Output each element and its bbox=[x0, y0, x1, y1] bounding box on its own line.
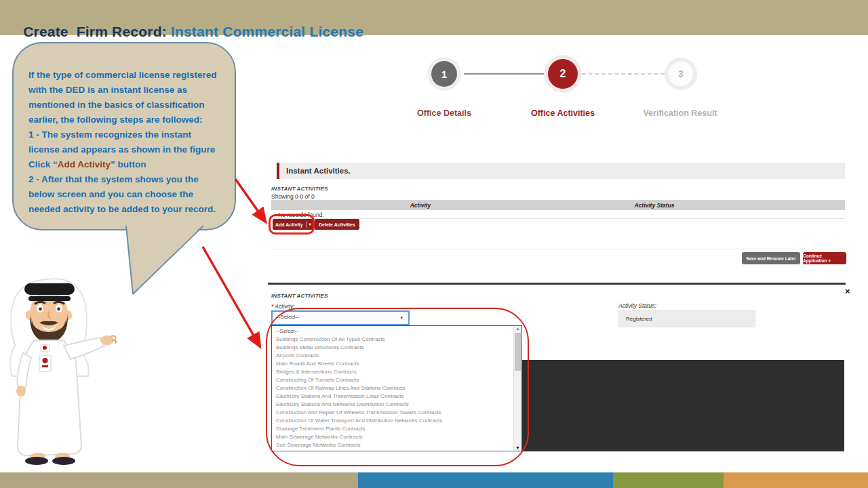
speech-bubble-tail bbox=[126, 224, 203, 294]
activities-table-header: Activity Activity Status bbox=[271, 200, 845, 210]
close-icon[interactable]: × bbox=[845, 286, 850, 296]
section-subtitle: INSTANT ACTIVITIES bbox=[271, 186, 328, 192]
modal-top-border bbox=[268, 283, 846, 285]
continue-application-button[interactable]: Continue Application » bbox=[803, 252, 846, 264]
delete-activities-button[interactable]: Delete Activities bbox=[315, 219, 359, 230]
activity-status-label: Activity Status: bbox=[618, 302, 656, 309]
footer-band-orange bbox=[724, 472, 868, 488]
arrow-to-dropdown bbox=[203, 247, 259, 345]
activity-status-field: Registered bbox=[618, 310, 755, 327]
column-header-activity-status: Activity Status bbox=[634, 202, 674, 209]
save-resume-button[interactable]: Save and Resume Later bbox=[742, 252, 800, 264]
mascot-character bbox=[5, 278, 124, 471]
instruction-speech-bubble: If the type of commercial license regist… bbox=[12, 42, 236, 230]
step-connector-dashed bbox=[582, 73, 665, 75]
dropdown-annotation-oval bbox=[266, 308, 529, 466]
column-header-activity: Activity bbox=[410, 202, 431, 209]
arrow-to-add-activity bbox=[235, 179, 264, 220]
bubble-add-activity-ref: Add Activity bbox=[58, 159, 111, 169]
section-divider bbox=[271, 249, 845, 249]
footer-band-olive bbox=[613, 472, 724, 488]
add-activity-annotation-box bbox=[269, 214, 315, 235]
footer-band-blue bbox=[358, 472, 613, 488]
bubble-paragraph-step2: 2 - After that the system shows you the … bbox=[28, 172, 222, 217]
step-1-label: Office Details bbox=[393, 108, 495, 118]
step-connector-solid bbox=[464, 73, 544, 75]
required-marker: * bbox=[271, 303, 273, 310]
page-title-highlight: Instant Commercial License bbox=[171, 24, 363, 39]
page-title-prefix: Create Firm Record: bbox=[23, 24, 171, 39]
step-2-office-activities[interactable]: 2 bbox=[548, 59, 578, 89]
step-2-label: Office Activities bbox=[512, 108, 614, 118]
modal-heading: INSTANT ACTIVITIES bbox=[271, 293, 328, 299]
bubble-paragraph-step1: 1 - The system recognizes the instant li… bbox=[28, 127, 222, 172]
step-3-label: Verification Result bbox=[629, 108, 731, 118]
pagination-summary: Showing 0-0 of 0 bbox=[271, 193, 315, 200]
footer-band-tan bbox=[0, 472, 358, 488]
section-header-bar: Instant Activities. bbox=[277, 163, 845, 179]
step-1-office-details[interactable]: 1 bbox=[431, 61, 457, 87]
bubble-paragraph-intro: If the type of commercial license regist… bbox=[28, 68, 222, 127]
step-3-verification-result[interactable]: 3 bbox=[669, 62, 693, 86]
section-title: Instant Activities. bbox=[279, 163, 845, 179]
activity-status-value: Registered bbox=[619, 311, 755, 327]
page-header: Create Firm Record: Instant Commercial L… bbox=[0, 0, 868, 35]
